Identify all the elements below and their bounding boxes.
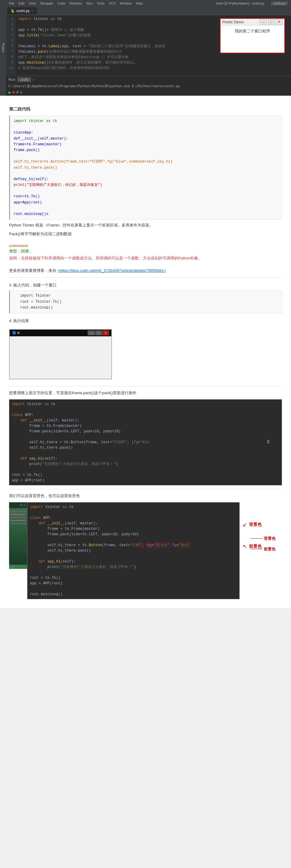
python-frame-desc: Python Tkinter 框架（Frame）控件在屏幕上显示一个矩形区域，多…: [9, 222, 282, 228]
float-window-title-bar: Finshc Demo — □ ✕: [221, 19, 284, 25]
run-tab-button[interactable]: ceshi: [17, 77, 31, 82]
code3-ide: import tkinter as tk class APP: def __in…: [9, 399, 282, 485]
left-image-strip: 8:2 inf: [9, 502, 27, 569]
float-window-minimize[interactable]: —: [259, 20, 267, 25]
run-stop-icon[interactable]: ■: [12, 90, 14, 94]
tab-icon: 🐍: [11, 9, 14, 12]
run-controls: ▶ ■ ↺ ≡: [8, 90, 289, 94]
menu-item-window[interactable]: Window: [118, 1, 133, 6]
item3-code: import Tkinter root = Tkinter.Tk() root.…: [9, 290, 282, 313]
annotations-panel: ↙ 背景色 ↖ 前景色: [239, 502, 282, 569]
tk-minimize-btn[interactable]: —: [88, 331, 95, 335]
menu-item-vcs[interactable]: VCS: [107, 1, 118, 6]
section2-title: 第二段代码: [9, 106, 282, 112]
bg-fg-desc: 我们可以设置背景色，也可以设置前景色: [9, 493, 282, 499]
run-rerun-icon[interactable]: ↺: [16, 90, 19, 94]
run-path: C:\Users\龙\AppData\Local\Programs\Python…: [8, 83, 289, 89]
more-info: 更多的请查看搜博客：来自 <https://blog.csdn.net/m0_3…: [9, 268, 282, 274]
tk-window-title-bar: 🔵 tk — □ ✕: [10, 330, 111, 336]
type-label: 类型：回调；: [9, 249, 282, 254]
tk-window-result: 🔵 tk — □ ✕: [9, 329, 112, 379]
code4-block: import tkinter as tk class APP: def __in…: [27, 502, 239, 599]
editor-tab-ceshi[interactable]: 🐍 ceshi.py ×: [7, 7, 37, 14]
menu-item-code[interactable]: Code: [56, 1, 67, 6]
float-window-title: Finshc Demo: [222, 20, 244, 24]
code-editor-area: 1 2 3 4 5 6 7 8 9 10 import tkinter as t…: [6, 15, 291, 76]
run-close-icon[interactable]: ×: [32, 78, 34, 82]
run-tab-row: Run: ceshi ×: [8, 77, 289, 82]
bg-color-annotation: ↙ 背景色: [243, 521, 282, 528]
item3-title: 3. 输入代码，创建一个窗口: [9, 282, 282, 288]
command-label: command: [9, 243, 282, 248]
fg-color-annotation: ↖ 前景色: [243, 543, 282, 550]
float-window-content: 我的第二个窗口程序: [235, 28, 270, 34]
menu-item-view[interactable]: View: [27, 1, 38, 6]
menu-item-navigate[interactable]: Navigate: [38, 1, 55, 6]
project-sidebar-label: Project: [1, 42, 5, 54]
tk-window-controls: — □ ✕: [88, 331, 109, 335]
menu-item-file[interactable]: File: [7, 1, 16, 6]
bg-color-text: 背景色: [249, 522, 262, 527]
command-section: command 类型：回调； 说明：当按钮被按下时所调用的一个函数或方法。所回调…: [9, 241, 282, 264]
search-icon[interactable]: ceshi.py: [271, 1, 288, 5]
tk-close-btn[interactable]: ✕: [102, 331, 109, 335]
cursor-indicator: 𝕴: [266, 439, 269, 445]
fg-color-text: 前景色: [249, 544, 262, 549]
menu-item-run[interactable]: Run: [85, 1, 94, 6]
adjust-desc: 想要调整上面文字的位置，可直接在frame.pack()这个pack()里面进行…: [9, 390, 282, 396]
float-window-maximize[interactable]: □: [268, 20, 274, 25]
tab-label: ceshi.py: [16, 9, 30, 13]
type-desc: 说明：当按钮被按下时所调用的一个函数或方法。所回调的可以是一个函数、方法或别的可…: [9, 255, 282, 261]
project-path: learn [E:\Python\learn] - ceshi.py: [215, 1, 266, 6]
menu-item-tools[interactable]: Tools: [95, 1, 106, 6]
tab-close-button[interactable]: ×: [31, 9, 33, 12]
separator-3: [9, 489, 282, 489]
menu-item-help[interactable]: Help: [134, 1, 144, 6]
menu-bar: File Edit View Navigate Code Refactor Ru…: [6, 0, 291, 7]
tk-window-title-text: 🔵 tk: [12, 331, 20, 335]
csdn-link[interactable]: <https://blog.csdn.net/m0_37264397/artic…: [58, 268, 166, 273]
float-window-close[interactable]: ✕: [276, 20, 283, 25]
code4-annotated: 8:2 inf import tkinter as tk cl: [9, 502, 282, 599]
pack-desc: Pack()将字节解析为压缩二进制数据: [9, 231, 282, 237]
run-panel: Run: ceshi × C:\Users\龙\AppData\Local\Pr…: [6, 76, 291, 96]
float-window-controls: — □ ✕: [259, 20, 283, 25]
run-play-icon[interactable]: ▶: [8, 90, 11, 94]
separator-1: [9, 277, 282, 278]
float-window-body: 我的第二个窗口程序: [221, 25, 284, 53]
line-numbers: 1 2 3 4 5 6 7 8 9 10: [6, 17, 16, 74]
float-window: Finshc Demo — □ ✕ 我的第二个窗口程序: [220, 18, 285, 53]
editor-tab-bar: 🐍 ceshi.py ×: [6, 7, 291, 15]
item4-title: 4. 执行结果: [9, 318, 282, 323]
menu-item-edit[interactable]: Edit: [17, 1, 26, 6]
code-block-2: import tkinter as tk classApp: def__init…: [9, 116, 282, 220]
ide-top: Project File Edit View Navigate Code Ref…: [0, 0, 291, 96]
run-settings-icon[interactable]: ≡: [20, 90, 22, 94]
tk-maximize-btn[interactable]: □: [96, 331, 102, 335]
main-content: 第二段代码 import tkinter as tk classApp: def…: [0, 96, 291, 608]
tk-window-body: [10, 336, 111, 379]
run-label: Run:: [8, 78, 16, 82]
menu-item-refactor[interactable]: Refactor: [68, 1, 84, 6]
